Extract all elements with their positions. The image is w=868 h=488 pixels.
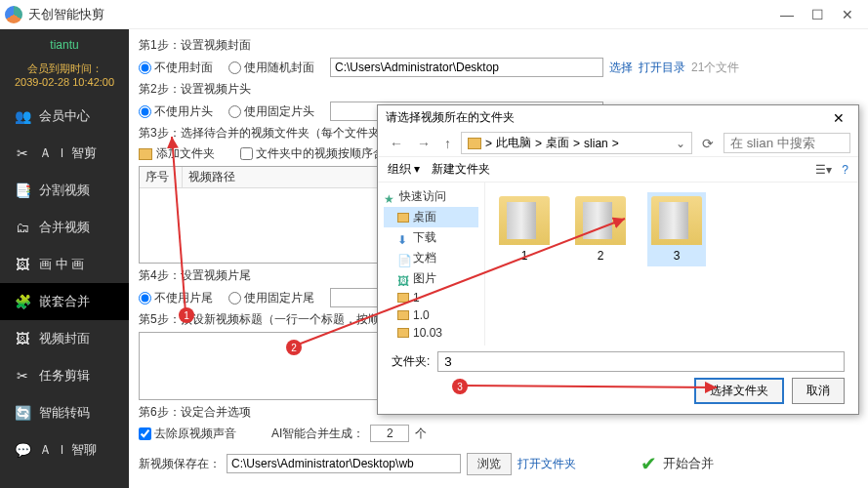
side-pictures[interactable]: 🖼图片 xyxy=(384,268,478,289)
nav-pip[interactable]: 🖼画 中 画 xyxy=(0,246,129,283)
nav: 👥会员中心 ✂Ａ Ｉ 智剪 📑分割视频 🗂合并视频 🖼画 中 画 🧩嵌套合并 🖼… xyxy=(0,98,129,468)
s1-random-cover[interactable]: 使用随机封面 xyxy=(228,60,314,76)
expire-label: 会员到期时间： xyxy=(0,56,129,76)
s6-remove-audio[interactable]: 去除原视频声音 xyxy=(139,426,236,442)
minimize-button[interactable]: — xyxy=(780,7,794,22)
nested-icon: 🧩 xyxy=(14,295,31,308)
folder-thumb xyxy=(651,196,702,245)
nav-transcode[interactable]: 🔄智能转码 xyxy=(0,394,129,431)
folder-item-1[interactable]: 1 xyxy=(495,192,554,266)
side-folder-1003[interactable]: 10.03 xyxy=(384,324,478,342)
nav-ai-chat[interactable]: 💬Ａ Ｉ 智聊 xyxy=(0,431,129,468)
refresh-button[interactable]: ⟳ xyxy=(698,134,718,153)
doc-icon: 📄 xyxy=(397,254,409,264)
s1-no-cover[interactable]: 不使用封面 xyxy=(139,60,213,76)
nav-split[interactable]: 📑分割视频 xyxy=(0,172,129,209)
nav-label: 任务剪辑 xyxy=(39,367,90,385)
folder-icon xyxy=(397,293,409,303)
folder-name-label: 文件夹: xyxy=(392,353,430,370)
folder-icon xyxy=(397,213,409,223)
chat-icon: 💬 xyxy=(14,443,31,457)
col-index: 序号 xyxy=(140,167,183,187)
folder-item-3[interactable]: 3 xyxy=(647,192,706,266)
side-folder-10[interactable]: 1.0 xyxy=(384,306,478,324)
dropdown-icon[interactable]: ⌄ xyxy=(676,137,685,150)
view-mode-button[interactable]: ☰▾ xyxy=(815,163,832,177)
window-controls: — ☐ ✕ xyxy=(780,7,863,22)
dialog-close-button[interactable]: ✕ xyxy=(827,110,850,126)
s2-fixed-head[interactable]: 使用固定片头 xyxy=(228,103,314,120)
check-icon: ✔ xyxy=(641,452,657,475)
s1-path-input[interactable] xyxy=(330,58,603,77)
open-folder[interactable]: 打开文件夹 xyxy=(517,456,576,472)
new-folder-button[interactable]: 新建文件夹 xyxy=(432,161,490,178)
dialog-sidebar: ★快速访问 桌面 ⬇下载 📄文档 🖼图片 1 1.0 10.03 素材 ☁WPS… xyxy=(378,183,485,346)
folder-name-input[interactable] xyxy=(437,351,845,372)
s1-select[interactable]: 选择 xyxy=(609,60,633,76)
nav-forward[interactable]: → xyxy=(413,134,434,153)
browse-button[interactable]: 浏览 xyxy=(467,453,512,475)
folder-icon xyxy=(468,138,481,149)
folder-item-2[interactable]: 2 xyxy=(571,192,630,266)
quick-access[interactable]: ★快速访问 xyxy=(384,186,478,207)
nav-label: 合并视频 xyxy=(39,219,90,236)
nav-member-center[interactable]: 👥会员中心 xyxy=(0,98,129,135)
pic-icon: 🖼 xyxy=(397,274,409,284)
nav-label: Ａ Ｉ 智聊 xyxy=(39,441,97,459)
split-icon: 📑 xyxy=(14,183,31,197)
app-logo xyxy=(5,6,22,23)
add-folder-button[interactable]: 添加文件夹 xyxy=(139,145,215,162)
step2-label: 第2步：设置视频片头 xyxy=(139,81,858,98)
cancel-button[interactable]: 取消 xyxy=(792,378,845,404)
save-path-input[interactable] xyxy=(227,454,461,473)
nav-cover[interactable]: 🖼视频封面 xyxy=(0,320,129,357)
titlebar: 天创智能快剪 — ☐ ✕ xyxy=(0,0,868,29)
side-documents[interactable]: 📄文档 xyxy=(384,248,478,268)
folder-thumb xyxy=(499,196,550,245)
nav-label: Ａ Ｉ 智剪 xyxy=(39,144,97,162)
s4-fixed-tail[interactable]: 使用固定片尾 xyxy=(228,290,314,306)
folder-thumb xyxy=(575,196,626,245)
folder-picker-dialog: 请选择视频所在的文件夹 ✕ ← → ↑ > 此电脑 > 桌面 > slian >… xyxy=(377,104,859,415)
nav-merge[interactable]: 🗂合并视频 xyxy=(0,209,129,246)
maximize-button[interactable]: ☐ xyxy=(811,7,824,22)
side-folder-1[interactable]: 1 xyxy=(384,289,478,306)
download-icon: ⬇ xyxy=(397,233,409,243)
s1-open-dir[interactable]: 打开目录 xyxy=(639,60,685,76)
close-button[interactable]: ✕ xyxy=(842,7,853,22)
search-input[interactable] xyxy=(723,133,850,153)
ai-cut-icon: ✂ xyxy=(14,146,31,160)
folder-grid: 1 2 3 xyxy=(485,183,858,346)
username: tiantu xyxy=(0,34,129,56)
side-downloads[interactable]: ⬇下载 xyxy=(384,227,478,248)
select-folder-button[interactable]: 选择文件夹 xyxy=(694,378,784,404)
cover-icon: 🖼 xyxy=(14,332,31,346)
nav-label: 智能转码 xyxy=(39,404,90,422)
help-button[interactable]: ? xyxy=(842,163,848,177)
expire-date: 2039-02-28 10:42:00 xyxy=(0,76,129,94)
nav-nested-merge[interactable]: 🧩嵌套合并 xyxy=(0,283,129,320)
folder-icon xyxy=(397,328,409,338)
dialog-title: 请选择视频所在的文件夹 xyxy=(386,109,827,126)
s2-no-head[interactable]: 不使用片头 xyxy=(139,103,213,120)
nav-label: 嵌套合并 xyxy=(39,293,90,310)
nav-label: 会员中心 xyxy=(39,107,90,125)
transcode-icon: 🔄 xyxy=(14,406,31,420)
breadcrumb[interactable]: > 此电脑 > 桌面 > slian > ⌄ xyxy=(461,132,692,154)
folder-icon xyxy=(397,310,409,320)
s4-no-tail[interactable]: 不使用片尾 xyxy=(139,290,213,306)
nav-up[interactable]: ↑ xyxy=(440,134,455,153)
nav-task-cut[interactable]: ✂任务剪辑 xyxy=(0,357,129,394)
ai-gen-count[interactable]: 2 xyxy=(370,425,409,442)
nav-ai-cut[interactable]: ✂Ａ Ｉ 智剪 xyxy=(0,135,129,172)
nav-label: 画 中 画 xyxy=(39,256,84,273)
s1-file-count: 21个文件 xyxy=(691,60,739,76)
nav-back[interactable]: ← xyxy=(386,134,407,153)
star-icon: ★ xyxy=(384,192,395,202)
pip-icon: 🖼 xyxy=(14,258,31,271)
organize-menu[interactable]: 组织 ▾ xyxy=(388,161,420,178)
sidebar: tiantu 会员到期时间： 2039-02-28 10:42:00 👥会员中心… xyxy=(0,29,129,488)
start-merge-button[interactable]: ✔开始合并 xyxy=(641,452,714,475)
side-desktop[interactable]: 桌面 xyxy=(384,207,478,227)
member-icon: 👥 xyxy=(14,109,31,123)
